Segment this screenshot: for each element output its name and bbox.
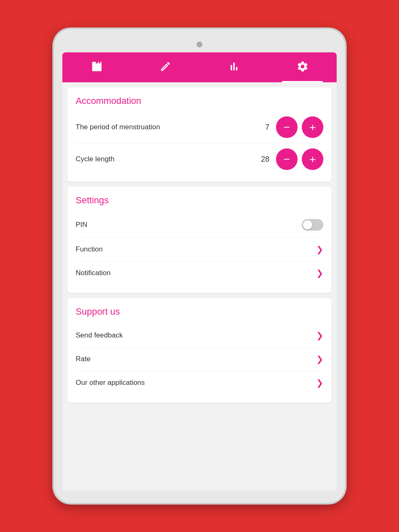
other-apps-chevron-icon: ❯ — [316, 378, 323, 388]
menstruation-label: The period of menstruation — [76, 123, 257, 131]
calendar-icon — [91, 60, 103, 75]
other-apps-label: Our other applications — [76, 379, 145, 387]
other-apps-row[interactable]: Our other applications ❯ — [76, 371, 323, 394]
function-label: Function — [76, 245, 103, 254]
feedback-label: Send feedback — [76, 331, 123, 340]
support-title: Support us — [76, 306, 323, 317]
content: Accommodation The period of menstruation… — [62, 82, 337, 490]
camera — [197, 42, 202, 47]
cycle-value: 28 — [257, 155, 269, 164]
cycle-label: Cycle length — [76, 155, 257, 163]
pin-toggle[interactable] — [302, 219, 323, 231]
toggle-slider — [302, 219, 323, 231]
function-row[interactable]: Function ❯ — [76, 238, 323, 261]
screen: Accommodation The period of menstruation… — [62, 52, 337, 490]
edit-icon — [160, 61, 171, 74]
notification-label: Notification — [76, 269, 111, 277]
rate-chevron-icon: ❯ — [316, 354, 323, 364]
cycle-increase-button[interactable]: + — [302, 148, 323, 170]
menstruation-increase-button[interactable]: + — [302, 116, 323, 138]
accommodation-card: Accommodation The period of menstruation… — [67, 87, 332, 182]
menstruation-decrease-button[interactable]: − — [276, 116, 298, 138]
notification-chevron-icon: ❯ — [316, 268, 323, 278]
tablet-frame: Accommodation The period of menstruation… — [54, 29, 345, 503]
nav-edit[interactable] — [131, 52, 200, 82]
function-chevron-icon: ❯ — [316, 244, 323, 254]
nav-bar — [62, 52, 337, 82]
menstruation-value: 7 — [257, 123, 269, 132]
pin-row: PIN — [76, 212, 323, 238]
notification-row[interactable]: Notification ❯ — [76, 261, 323, 285]
cycle-decrease-button[interactable]: − — [276, 148, 298, 170]
settings-icon — [296, 60, 309, 75]
menstruation-row: The period of menstruation 7 − + — [76, 113, 323, 141]
menstruation-controls: − + — [276, 116, 323, 138]
rate-row[interactable]: Rate ❯ — [76, 347, 323, 371]
feedback-row[interactable]: Send feedback ❯ — [76, 324, 323, 347]
support-card: Support us Send feedback ❯ Rate ❯ Our ot… — [67, 298, 332, 403]
nav-chart[interactable] — [200, 52, 268, 82]
settings-title: Settings — [76, 195, 323, 206]
chart-icon — [228, 61, 240, 74]
pin-label: PIN — [76, 221, 87, 229]
nav-calendar[interactable] — [62, 52, 131, 82]
settings-card: Settings PIN Function ❯ Notification ❯ — [67, 187, 332, 293]
feedback-chevron-icon: ❯ — [316, 330, 323, 340]
rate-label: Rate — [76, 355, 91, 363]
nav-settings[interactable] — [268, 52, 337, 82]
cycle-controls: − + — [276, 148, 323, 170]
accommodation-title: Accommodation — [76, 96, 323, 106]
cycle-row: Cycle length 28 − + — [76, 143, 323, 173]
